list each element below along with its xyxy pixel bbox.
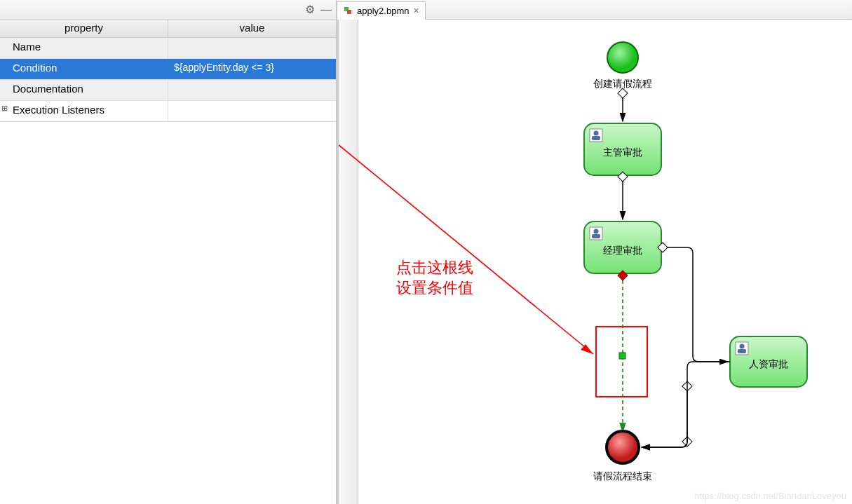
svg-rect-2 bbox=[592, 136, 600, 140]
table-row[interactable]: Execution Listeners bbox=[0, 101, 336, 122]
svg-point-1 bbox=[594, 131, 599, 136]
end-event[interactable] bbox=[607, 431, 639, 463]
header-value: value bbox=[168, 20, 336, 37]
user-icon bbox=[736, 342, 748, 355]
flow-marker bbox=[618, 88, 628, 98]
table-row[interactable]: Condition ${applyEntity.day <= 3} bbox=[0, 59, 336, 80]
bpmn-canvas[interactable]: 创建请假流程 主管审批 bbox=[337, 20, 852, 504]
start-event-label: 创建请假流程 bbox=[593, 78, 652, 89]
properties-panel: ⚙ — property value Name Condition ${appl… bbox=[0, 0, 337, 504]
prop-documentation-label: Documentation bbox=[0, 80, 168, 100]
close-icon[interactable]: × bbox=[413, 5, 419, 16]
prop-execution-listeners-value[interactable] bbox=[168, 101, 336, 121]
sequence-flow[interactable] bbox=[642, 388, 687, 447]
table-row[interactable]: Documentation bbox=[0, 80, 336, 101]
svg-rect-8 bbox=[738, 349, 746, 353]
flow-midpoint-handle[interactable] bbox=[619, 353, 626, 359]
svg-rect-5 bbox=[592, 234, 600, 238]
header-property: property bbox=[0, 20, 168, 37]
tab-apply2[interactable]: apply2.bpmn × bbox=[337, 1, 426, 20]
svg-point-4 bbox=[594, 229, 599, 234]
panel-toolbar: ⚙ — bbox=[0, 0, 336, 20]
sequence-flow[interactable] bbox=[668, 247, 728, 362]
prop-condition-value[interactable]: ${applyEntity.day <= 3} bbox=[168, 59, 336, 79]
prop-documentation-value[interactable] bbox=[168, 80, 336, 100]
table-body: Name Condition ${applyEntity.day <= 3} D… bbox=[0, 38, 336, 122]
sequence-flow-task3-end[interactable] bbox=[642, 362, 730, 447]
annotation-arrow bbox=[339, 67, 593, 354]
tab-label: apply2.bpmn bbox=[357, 6, 409, 16]
task2-label: 经理审批 bbox=[603, 245, 642, 256]
task3-label: 人资审批 bbox=[749, 358, 788, 369]
bpmn-diagram: 创建请假流程 主管审批 bbox=[339, 20, 852, 504]
start-event[interactable] bbox=[607, 42, 638, 73]
editor-panel: apply2.bpmn × bbox=[337, 0, 852, 504]
svg-point-7 bbox=[740, 344, 745, 349]
gear-icon[interactable]: ⚙ bbox=[305, 4, 315, 15]
prop-condition-label: Condition bbox=[0, 59, 168, 79]
end-event-label: 请假流程结束 bbox=[593, 470, 652, 482]
bpmn-file-icon bbox=[343, 6, 353, 15]
tab-bar: apply2.bpmn × bbox=[337, 0, 852, 20]
prop-name-label: Name bbox=[0, 38, 168, 58]
task1-label: 主管审批 bbox=[603, 147, 642, 158]
user-icon bbox=[590, 227, 602, 240]
selection-highlight-box bbox=[596, 327, 647, 397]
prop-execution-listeners-label: Execution Listeners bbox=[0, 101, 168, 121]
minimize-icon[interactable]: — bbox=[320, 4, 332, 15]
table-header: property value bbox=[0, 20, 336, 38]
user-icon bbox=[590, 129, 602, 142]
table-row[interactable]: Name bbox=[0, 38, 336, 59]
prop-name-value[interactable] bbox=[168, 38, 336, 58]
